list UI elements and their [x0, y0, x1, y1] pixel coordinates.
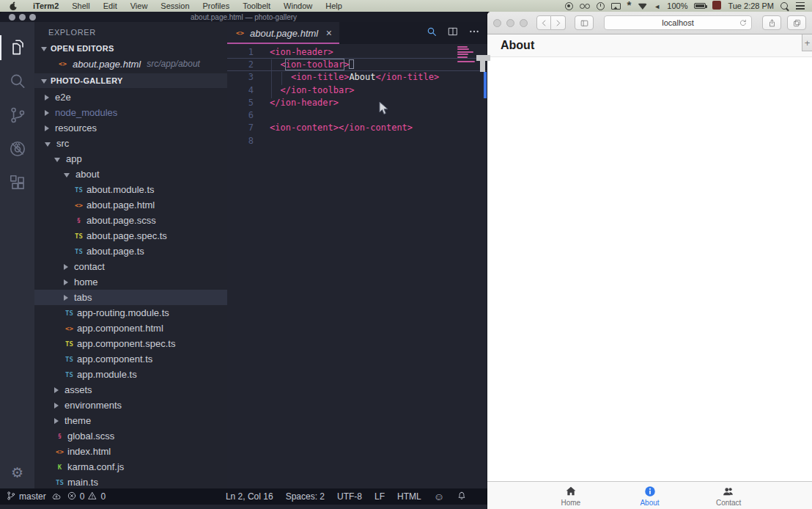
close-window-button[interactable] — [493, 19, 501, 27]
minimap[interactable] — [457, 46, 478, 64]
minimize-window-button[interactable] — [506, 19, 514, 27]
open-editor-item[interactable]: <> about.page.html src/app/about — [34, 56, 227, 72]
ionic-tab-contact[interactable]: Contact — [689, 482, 768, 509]
code-line-3[interactable]: 3 <ion-title>About</ion-title> — [227, 71, 487, 84]
wifi-icon[interactable] — [638, 2, 647, 10]
ts-file-icon: TS — [54, 479, 65, 486]
close-tab-icon[interactable]: × — [320, 27, 332, 39]
tree-item-index-html[interactable]: <>index.html — [34, 444, 227, 459]
tree-item-environments[interactable]: environments — [34, 398, 227, 413]
settings-gear-icon[interactable]: ⚙ — [0, 464, 34, 481]
statusbar-utf-8[interactable]: UTF-8 — [337, 491, 362, 502]
tree-item-src[interactable]: src — [34, 136, 227, 151]
tree-item-app-component-spec-ts[interactable]: TSapp.component.spec.ts — [34, 336, 227, 351]
html-file-icon: <> — [73, 202, 84, 209]
tree-item-app-routing-module-ts[interactable]: TSapp-routing.module.ts — [34, 305, 227, 321]
sidebar-toggle-button[interactable] — [575, 15, 594, 30]
menu-help[interactable]: Help — [319, 1, 349, 10]
tree-item-tabs[interactable]: tabs — [34, 290, 227, 305]
zoom-window-button[interactable] — [520, 19, 528, 27]
tab-overview-button[interactable] — [787, 15, 806, 30]
menu-iterm2[interactable]: iTerm2 — [26, 1, 65, 10]
code-line-7[interactable]: 7<ion-content></ion-content> — [227, 122, 487, 134]
statusbar-spaces[interactable]: Spaces: 2 — [286, 491, 325, 502]
tree-item-about-page-spec-ts[interactable]: TSabout.page.spec.ts — [34, 228, 227, 243]
code-line-8[interactable]: 8 — [227, 134, 487, 147]
feedback-smiley-icon[interactable]: ☺ — [434, 491, 444, 502]
volume-icon[interactable] — [654, 1, 660, 10]
sync-button[interactable] — [51, 491, 62, 502]
more-actions-icon[interactable] — [468, 26, 480, 40]
tree-item-about-page-scss[interactable]: §about.page.scss — [34, 213, 227, 228]
tree-item-contact[interactable]: contact — [34, 259, 227, 274]
menu-window[interactable]: Window — [277, 1, 319, 10]
window-controls[interactable] — [493, 19, 528, 27]
code-line-5[interactable]: 5</ion-header> — [227, 96, 487, 109]
display-icon[interactable] — [611, 3, 621, 10]
spotlight-icon[interactable] — [780, 2, 788, 10]
back-button[interactable] — [536, 15, 551, 30]
tree-item-resources[interactable]: resources — [34, 120, 227, 136]
tree-item-theme[interactable]: theme — [34, 413, 227, 428]
problems-indicator[interactable]: 0 0 — [67, 491, 106, 503]
menu-shell[interactable]: Shell — [65, 1, 96, 10]
tree-item-assets[interactable]: assets — [34, 382, 227, 398]
tree-item-about-page-html[interactable]: <>about.page.html — [34, 197, 227, 213]
tree-item-e2e[interactable]: e2e — [34, 89, 227, 105]
tree-item-home[interactable]: home — [34, 274, 227, 290]
menu-bar-clock[interactable]: Tue 2:28 PM — [728, 1, 774, 10]
tree-item-app[interactable]: app — [34, 151, 227, 166]
open-editors-header[interactable]: OPEN EDITORS — [34, 41, 227, 56]
menu-toolbelt[interactable]: Toolbelt — [236, 1, 277, 10]
new-tab-button[interactable]: + — [802, 34, 812, 51]
split-editor-icon[interactable] — [447, 26, 459, 40]
tree-item-about-page-ts[interactable]: TSabout.page.ts — [34, 243, 227, 259]
input-source-icon[interactable] — [712, 1, 721, 10]
clock-icon[interactable] — [597, 2, 605, 10]
menu-session[interactable]: Session — [154, 1, 196, 10]
statusbar-html[interactable]: HTML — [397, 491, 421, 502]
menu-view[interactable]: View — [124, 1, 155, 10]
forward-button[interactable] — [551, 15, 566, 30]
apple-icon[interactable] — [10, 1, 18, 11]
git-branch-indicator[interactable]: master — [6, 491, 46, 503]
code-editor[interactable]: 1<ion-header>2 <ion-toolbar>3 <ion-title… — [227, 44, 487, 488]
source-control-icon[interactable] — [0, 98, 34, 132]
share-button[interactable] — [762, 15, 781, 30]
code-line-4[interactable]: 4 </ion-toolbar> — [227, 84, 487, 96]
open-preview-icon[interactable] — [426, 26, 438, 40]
notification-center-icon[interactable] — [796, 2, 805, 10]
menu-profiles[interactable]: Profiles — [196, 1, 237, 10]
tree-item-app-component-ts[interactable]: TSapp.component.ts — [34, 351, 227, 367]
address-bar[interactable]: localhost — [604, 15, 752, 30]
asterisk-icon[interactable] — [627, 1, 632, 10]
tree-item-app-module-ts[interactable]: TSapp.module.ts — [34, 367, 227, 382]
statusbar-lf[interactable]: LF — [374, 491, 385, 502]
extensions-icon[interactable] — [0, 166, 34, 199]
tree-item-about-module-ts[interactable]: TSabout.module.ts — [34, 182, 227, 197]
statusbar-ln[interactable]: Ln 2, Col 16 — [226, 491, 273, 502]
notifications-bell-icon[interactable] — [457, 491, 467, 503]
ionic-tab-home[interactable]: Home — [531, 482, 610, 509]
debug-icon[interactable] — [0, 132, 34, 166]
tree-item-node-modules[interactable]: node_modules — [34, 105, 227, 120]
menu-edit[interactable]: Edit — [97, 1, 124, 10]
code-line-1[interactable]: 1<ion-header> — [227, 45, 487, 58]
tree-item-karma-conf-js[interactable]: Kkarma.conf.js — [34, 459, 227, 475]
battery-icon — [694, 3, 706, 9]
tree-item-about[interactable]: about — [34, 166, 227, 182]
tree-item-main-ts[interactable]: TSmain.ts — [34, 475, 227, 488]
screen-record-icon[interactable] — [565, 2, 573, 10]
tree-item-label: about — [75, 169, 100, 180]
code-line-6[interactable]: 6 — [227, 109, 487, 121]
glasses-icon[interactable] — [580, 4, 590, 9]
search-icon[interactable] — [0, 65, 34, 98]
ionic-tab-about[interactable]: About — [610, 482, 690, 509]
project-section-header[interactable]: PHOTO-GALLERY — [34, 73, 227, 88]
code-line-2[interactable]: 2 <ion-toolbar> — [227, 58, 487, 70]
explorer-icon[interactable] — [0, 31, 34, 65]
tab-about-page-html[interactable]: <> about.page.html × — [227, 22, 339, 44]
tree-item-global-scss[interactable]: §global.scss — [34, 428, 227, 444]
tree-item-app-component-html[interactable]: <>app.component.html — [34, 321, 227, 336]
reload-icon[interactable] — [739, 18, 748, 29]
